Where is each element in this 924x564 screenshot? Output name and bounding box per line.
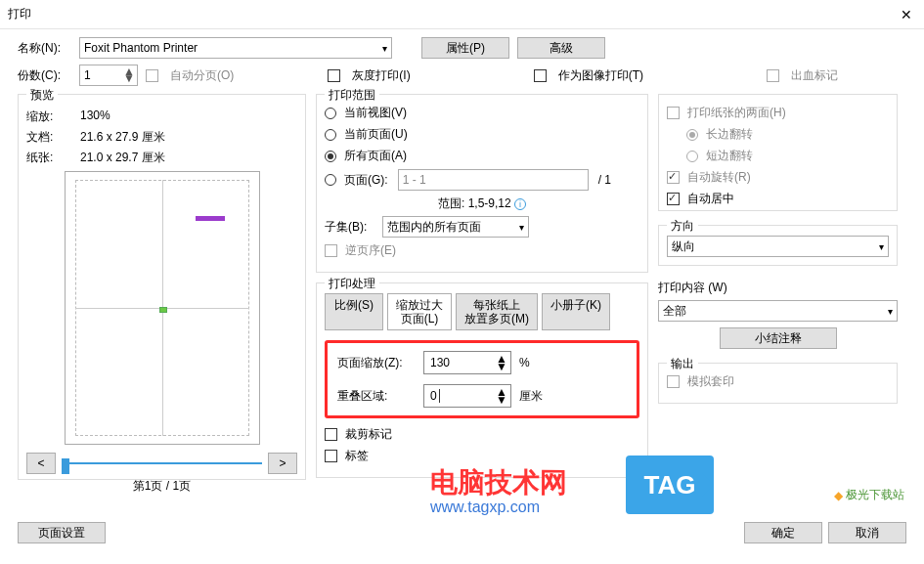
ok-button[interactable]: 确定 [744,522,822,543]
output-legend: 输出 [667,356,698,372]
preview-legend: 预览 [26,87,58,104]
scale-value: 130% [80,108,110,125]
page-setup-button[interactable]: 页面设置 [18,522,106,543]
watermark-text: 电脑技术网 [430,464,567,501]
overlap-spinner[interactable]: 0▲▼ [423,384,511,408]
pages-radio[interactable] [325,174,336,186]
bleed-label: 出血标记 [791,67,838,84]
highlight-box: 页面缩放(Z): 130▲▼ % 重叠区域: 0▲▼ 厘米 [325,340,639,418]
dialog-title: 打印 [8,6,897,22]
overlap-label: 重叠区域: [337,388,416,405]
paper-label: 纸张: [26,150,80,166]
collate-label: 自动分页(O) [170,67,234,84]
copies-spinner[interactable]: 1 ▲▼ [79,65,138,86]
printer-combo[interactable]: Foxit Phantom Printer ▾ [79,37,392,59]
watermark-url: www.tagxp.com [430,499,540,516]
next-button[interactable]: > [268,453,297,474]
doc-value: 21.6 x 27.9 厘米 [80,129,165,146]
tab-fit[interactable]: 缩放过大 页面(L) [387,293,452,330]
tab-scale[interactable]: 比例(S) [325,293,383,330]
subset-combo[interactable]: 范围内的所有页面▾ [382,216,529,238]
content-label: 打印内容 (W) [658,280,898,296]
chevron-down-icon: ▾ [382,43,387,54]
crop-marks-checkbox[interactable] [325,428,337,441]
page-slider[interactable] [62,458,262,468]
info-icon[interactable]: i [514,198,526,210]
simulate-checkbox [667,375,680,388]
advanced-button[interactable]: 高级 [517,37,605,59]
preview-canvas [65,171,260,445]
pages-total: / 1 [598,173,611,187]
tag-badge: TAG [626,456,714,514]
range-example: 范围: 1,5-9,12 [438,196,511,210]
paper-value: 21.0 x 29.7 厘米 [80,150,165,166]
content-combo[interactable]: 全部▾ [658,300,898,322]
reverse-checkbox [325,244,337,257]
labels-checkbox[interactable] [325,450,337,462]
close-icon[interactable]: ✕ [897,7,916,22]
all-pages-radio[interactable] [325,151,336,162]
pages-input[interactable]: 1 - 1 [398,169,589,191]
copies-label: 份数(C): [18,67,71,84]
summary-button[interactable]: 小结注释 [720,327,837,349]
current-page-radio[interactable] [325,129,336,141]
printer-value: Foxit Phantom Printer [84,41,198,55]
orientation-legend: 方向 [667,218,698,235]
handling-legend: 打印处理 [325,276,379,292]
properties-button[interactable]: 属性(P) [421,37,509,59]
subset-label: 子集(B): [325,219,378,236]
both-sides-checkbox [667,107,680,119]
current-view-radio[interactable] [325,108,336,119]
as-image-label: 作为图像打印(T) [558,67,643,84]
scale-label: 缩放: [26,108,80,125]
collate-checkbox [146,69,158,82]
logo-text: ◆极光下载站 [834,487,904,503]
range-legend: 打印范围 [325,87,379,104]
prev-button[interactable]: < [26,453,56,474]
grayscale-label: 灰度打印(I) [352,67,410,84]
as-image-checkbox[interactable] [534,69,547,82]
short-edge-radio [686,151,698,162]
grayscale-checkbox[interactable] [328,69,340,82]
bleed-checkbox [767,69,779,82]
orientation-combo[interactable]: 纵向▾ [667,236,889,257]
tab-booklet[interactable]: 小册子(K) [542,293,610,330]
auto-rotate-checkbox [667,171,680,184]
page-scale-spinner[interactable]: 130▲▼ [423,351,511,374]
auto-center-checkbox[interactable] [667,193,680,205]
page-scale-label: 页面缩放(Z): [337,355,416,371]
tab-multiple[interactable]: 每张纸上 放置多页(M) [456,293,538,330]
doc-label: 文档: [26,129,80,146]
cancel-button[interactable]: 取消 [828,522,906,543]
long-edge-radio [686,129,698,141]
name-label: 名称(N): [18,40,71,57]
page-indicator: 第1页 / 1页 [26,478,297,495]
